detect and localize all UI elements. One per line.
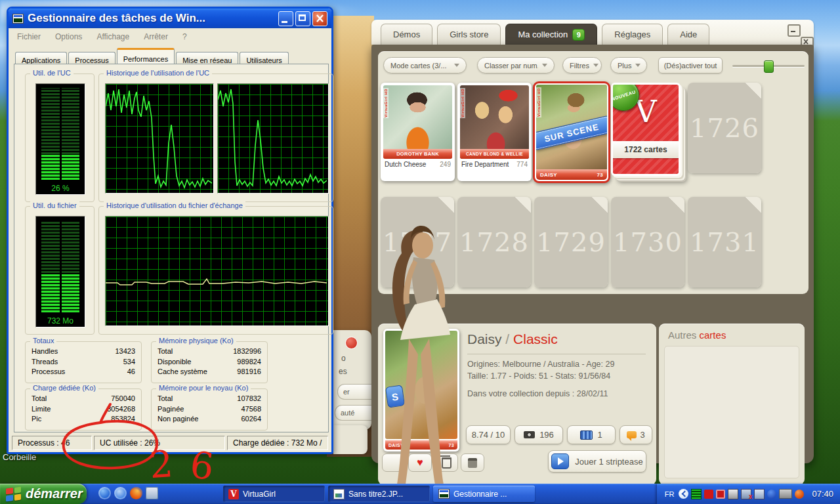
tab-label: Ma collection xyxy=(518,30,568,39)
tray-collapse-icon[interactable] xyxy=(679,489,688,499)
internet-explorer-icon[interactable] xyxy=(98,487,111,499)
desktop: Corbeille o es er auté Démos Girls store… xyxy=(0,0,840,504)
toggle-all-button[interactable]: (Dés)activer tout xyxy=(658,57,723,74)
pagefile-history-graph xyxy=(105,216,329,326)
group-label: Totaux xyxy=(30,337,56,345)
explorer-search-icon[interactable] xyxy=(146,487,158,499)
comments-button[interactable]: 3 xyxy=(620,425,652,444)
sur-scene-banner: SUR SCENE xyxy=(536,116,607,150)
task-manager-titlebar[interactable]: Gestionnaire des tâches de Win... xyxy=(9,9,331,28)
stat-value: 989824 xyxy=(237,357,261,368)
status-processes: Processus : 46 xyxy=(12,436,92,450)
info-stats: Taille: 1.77 - Poids: 51 - Stats: 91/56/… xyxy=(467,371,610,381)
minimize-button[interactable] xyxy=(788,24,801,37)
film-icon xyxy=(580,430,593,440)
tab-girls-store[interactable]: Girls store xyxy=(437,24,501,45)
deck-remaining-cards[interactable]: V 1722 cartes NOUVEAU xyxy=(611,83,681,176)
language-indicator[interactable]: FR xyxy=(665,490,675,498)
play-icon xyxy=(551,453,569,469)
photos-button[interactable]: 196 xyxy=(514,425,563,444)
taskbar-button-gestionnaire[interactable]: Gestionnaire ... xyxy=(433,486,535,502)
info-origins: Origines: Melbourne / Australia - Age: 2… xyxy=(467,360,614,369)
zoom-slider-handle[interactable] xyxy=(764,60,774,73)
card-daisy-selected[interactable]: VirtuaGirl HD SUR SCENE DAISY 73 xyxy=(533,81,610,183)
system-tool-icon[interactable] xyxy=(728,489,738,499)
cpu-history-graph-2 xyxy=(217,83,329,194)
orange-app-icon[interactable] xyxy=(795,490,804,499)
stat-label: Threads xyxy=(32,357,58,368)
tab-label: Réglages xyxy=(614,30,650,39)
placeholder-number: 1731 xyxy=(690,227,759,257)
minimize-button[interactable] xyxy=(278,11,293,26)
close-icon xyxy=(313,12,327,26)
firefox-icon[interactable] xyxy=(130,487,142,499)
ati-graphics-icon[interactable] xyxy=(704,490,713,499)
other-cards-accent: cartes xyxy=(700,329,726,341)
menu-arreter[interactable]: Arrêter xyxy=(144,32,168,41)
divider xyxy=(467,354,646,354)
play-striptease-button[interactable]: Jouer 1 striptease xyxy=(548,450,646,472)
stat-value: 981916 xyxy=(237,367,261,377)
card-photo: VirtuaGirl HD DOROTHY BANK xyxy=(383,85,452,159)
other-cards-prefix: Autres xyxy=(668,329,696,341)
menu-affichage[interactable]: Affichage xyxy=(96,32,129,41)
totals-group: Totaux Handles13423 Threads534 Processus… xyxy=(25,341,142,383)
group-label: Util. du fichier xyxy=(30,201,79,209)
close-button[interactable] xyxy=(312,11,327,26)
taskbar-clock[interactable]: 07:40 xyxy=(812,489,833,499)
card-name: CANDY BLOND & WELLIE xyxy=(466,152,523,156)
display-icon[interactable] xyxy=(779,489,792,499)
annotation-digit-6: 6 xyxy=(188,446,216,486)
other-cards-list xyxy=(664,346,799,478)
tab-aide[interactable]: Aide xyxy=(667,24,709,45)
virtuagirl-tray-icon[interactable] xyxy=(716,490,725,499)
sort-dropdown[interactable]: Classer par num... xyxy=(477,57,555,74)
card-dorothy-bank[interactable]: VirtuaGirl HD DOROTHY BANK Dutch Cheese … xyxy=(381,83,455,181)
pagefile-usage-meter: 732 Mo xyxy=(35,216,85,327)
filters-dropdown[interactable]: Filtres xyxy=(562,57,602,74)
taskbar-button-virtuagirl[interactable]: V VirtuaGirl xyxy=(223,486,325,502)
card-name-band: DOROTHY BANK xyxy=(383,149,452,159)
dancer-overlay[interactable] xyxy=(371,222,470,486)
chevron-down-icon xyxy=(593,64,598,67)
badge-label: NOUVEAU xyxy=(613,89,636,102)
windows-logo-icon xyxy=(6,486,21,501)
rating-button[interactable]: 8.74 / 10 xyxy=(466,425,511,444)
performances-page: Util. de l'UC 26 % Historique de l'utili… xyxy=(14,64,329,432)
stat-value: 47568 xyxy=(241,404,261,415)
network-offline-icon[interactable]: x xyxy=(741,489,751,499)
taskbar-button-sans-titre[interactable]: Sans titre2.JP... xyxy=(328,486,430,502)
bluetooth-icon[interactable] xyxy=(767,490,776,499)
cpu-history-graph-1 xyxy=(105,83,214,194)
comment-count: 3 xyxy=(640,430,644,440)
stat-label: Cache système xyxy=(158,367,207,377)
network-pc-icon[interactable] xyxy=(754,489,765,499)
internet-explorer-icon[interactable] xyxy=(114,487,127,499)
videos-button[interactable]: 1 xyxy=(567,425,616,444)
menu-help[interactable]: ? xyxy=(182,32,187,41)
tab-reglages[interactable]: Réglages xyxy=(602,24,663,45)
more-dropdown[interactable]: Plus xyxy=(610,57,647,74)
tab-demos[interactable]: Démos xyxy=(381,24,432,45)
dialog-button-fragment[interactable]: auté xyxy=(335,405,376,421)
menu-options[interactable]: Options xyxy=(55,32,82,41)
stat-value: 60264 xyxy=(241,414,261,425)
annotation-digit-2: 2 xyxy=(148,446,174,484)
tab-ma-collection[interactable]: Ma collection 9 xyxy=(505,24,597,45)
mode-dropdown[interactable]: Mode cartes (3/... xyxy=(383,57,467,74)
menu-fichier[interactable]: Fichier xyxy=(17,32,41,41)
dropdown-label: Plus xyxy=(618,62,631,70)
start-button[interactable]: démarrer xyxy=(0,484,87,504)
stat-value: 107832 xyxy=(237,394,261,404)
dialog-button-fragment[interactable]: er xyxy=(337,384,372,400)
chevron-down-icon xyxy=(542,64,547,67)
card-number: 249 xyxy=(440,161,451,168)
maximize-button[interactable] xyxy=(295,11,310,26)
cpu-meter-icon[interactable] xyxy=(691,489,702,499)
group-label: Historique de l'utilisation de l'UC xyxy=(104,69,212,77)
card-subtitle: Fire Department xyxy=(461,161,509,168)
zoom-slider[interactable] xyxy=(732,65,805,67)
other-cards-title: Autres cartes xyxy=(668,329,726,341)
card-candy-wellie[interactable]: VirtuaGirl HD CANDY BLOND & WELLIE Fire … xyxy=(457,83,532,181)
maximize-icon xyxy=(299,14,306,21)
